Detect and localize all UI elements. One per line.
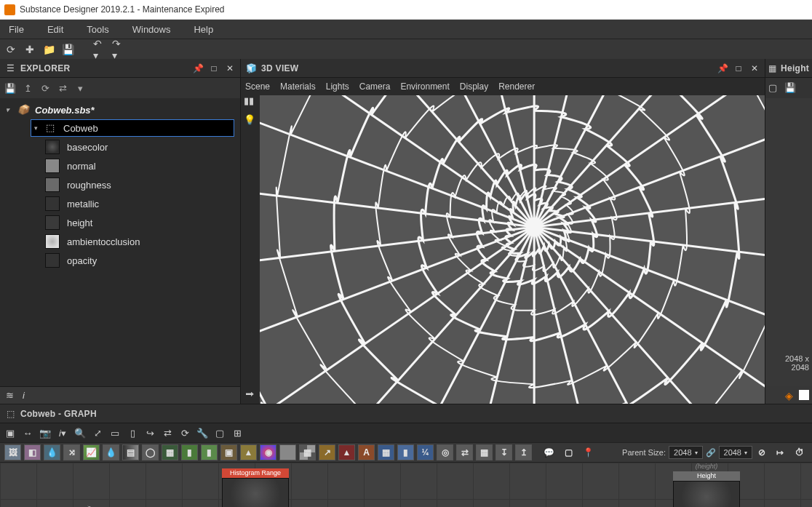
link-icon[interactable]: 🔗: [706, 448, 716, 458]
redo-icon[interactable]: ↷ ▾: [112, 43, 125, 56]
menu-file[interactable]: File: [4, 22, 28, 37]
frame-icon[interactable]: ▢: [560, 444, 577, 460]
zoom-icon[interactable]: 🔍: [74, 427, 86, 439]
tree-graph-node[interactable]: ▾ ⬚ Cobweb: [31, 119, 234, 137]
channels-icon[interactable]: ▣: [220, 444, 237, 460]
dropdown-icon[interactable]: ▾: [74, 82, 86, 94]
export-icon[interactable]: ↥: [22, 82, 33, 94]
graph-node-histogram[interactable]: Histogram Range: [222, 468, 289, 507]
tree-output-metallic[interactable]: metallic: [0, 194, 240, 213]
fit-icon[interactable]: ⤢: [92, 427, 103, 439]
bitmap-node-icon[interactable]: 🖼: [4, 444, 21, 460]
grid-icon[interactable]: ⊞: [231, 427, 243, 439]
blend-icon[interactable]: ▦: [162, 444, 178, 460]
connect-icon[interactable]: ↪: [144, 427, 156, 439]
tree-output-opacity[interactable]: opacity: [0, 251, 240, 270]
undo-icon[interactable]: ↶ ▾: [93, 43, 106, 56]
emboss-icon[interactable]: 💧: [44, 444, 60, 460]
parent-size-x[interactable]: 2048: [669, 446, 702, 459]
warp-icon[interactable]: ▮: [201, 444, 218, 460]
new-substance-icon[interactable]: ⟳: [4, 43, 17, 56]
normal-icon[interactable]: ◉: [260, 444, 276, 460]
save-icon[interactable]: 💾: [4, 82, 16, 94]
info-icon[interactable]: i▾: [57, 427, 68, 439]
reset-size-icon[interactable]: ⊘: [755, 444, 768, 460]
transform-icon[interactable]: ↗: [319, 444, 335, 460]
graph-canvas[interactable]: Histogram Range (height) Height: [0, 463, 812, 507]
menu-camera[interactable]: Camera: [359, 81, 391, 92]
svg-node-icon[interactable]: ◧: [24, 444, 41, 460]
parent-size-y[interactable]: 2048: [719, 446, 752, 459]
menu-display[interactable]: Display: [460, 81, 488, 92]
shuffle-icon[interactable]: ⇄: [456, 444, 473, 460]
output-icon[interactable]: ↥: [515, 444, 532, 460]
tree-output-normal[interactable]: normal: [0, 156, 240, 175]
menu-lights[interactable]: Lights: [326, 81, 349, 92]
open-icon[interactable]: 📁: [42, 43, 55, 56]
menu-help[interactable]: Help: [189, 22, 218, 37]
menu-renderer[interactable]: Renderer: [498, 81, 535, 92]
tree-output-roughness[interactable]: roughness: [0, 175, 240, 194]
cut-icon[interactable]: ⇄: [162, 427, 173, 439]
levels-icon[interactable]: ▲: [338, 444, 355, 460]
link-icon[interactable]: ↔: [22, 427, 33, 439]
filter-icon[interactable]: ≋: [6, 390, 14, 401]
snapshot-icon[interactable]: 📷: [39, 427, 51, 439]
curve-icon[interactable]: 📈: [83, 444, 100, 460]
select-parent-icon[interactable]: ▣: [4, 427, 16, 439]
new-icon[interactable]: ✚: [23, 43, 36, 56]
pin-icon[interactable]: 📌: [717, 63, 728, 74]
close-icon[interactable]: ✕: [224, 63, 236, 74]
refresh-icon[interactable]: ⟳: [39, 82, 51, 94]
layers-icon[interactable]: ◈: [785, 390, 796, 401]
dir-warp-icon[interactable]: ▮: [181, 444, 198, 460]
menu-windows[interactable]: Windows: [128, 22, 175, 37]
close-icon[interactable]: ✕: [749, 63, 760, 74]
tool-icon[interactable]: 🔧: [196, 427, 208, 439]
tree-output-basecolor[interactable]: basecolor: [0, 137, 240, 156]
value-proc-icon[interactable]: ▮: [397, 444, 414, 460]
3d-viewport[interactable]: [260, 95, 765, 404]
menu-materials[interactable]: Materials: [280, 81, 316, 92]
hsl-icon[interactable]: ▲: [240, 444, 257, 460]
pin-icon[interactable]: 📍: [580, 444, 597, 460]
pixel-proc-icon[interactable]: ▦: [378, 444, 394, 460]
input-icon[interactable]: ↧: [495, 444, 512, 460]
save-all-icon[interactable]: 💾: [61, 43, 74, 56]
menu-edit[interactable]: Edit: [43, 22, 68, 37]
sync-icon[interactable]: ⇄: [57, 82, 68, 94]
sharpen-icon[interactable]: ▦: [299, 444, 316, 460]
blur-icon[interactable]: ◯: [142, 444, 159, 460]
menu-scene[interactable]: Scene: [245, 81, 270, 92]
iter-icon[interactable]: ▦: [476, 444, 493, 460]
tree-output-height[interactable]: height: [0, 213, 240, 232]
graph-node-height[interactable]: (height) Height: [673, 463, 740, 507]
menu-tools[interactable]: Tools: [82, 22, 113, 37]
gradient-icon[interactable]: ▤: [122, 444, 139, 460]
frame-icon[interactable]: ▢: [214, 427, 226, 439]
save2d-icon[interactable]: 💾: [784, 82, 796, 94]
flow-icon[interactable]: ↦: [771, 444, 788, 460]
gray-icon[interactable]: [279, 444, 296, 460]
2d-viewport[interactable]: 2048 x 2048: [765, 98, 812, 386]
emboss2-icon[interactable]: 💧: [103, 444, 119, 460]
light-icon[interactable]: 💡: [244, 114, 257, 127]
random-icon[interactable]: ⤨: [63, 444, 80, 460]
menu-environment[interactable]: Environment: [400, 81, 449, 92]
camera-icon[interactable]: ▮▮: [244, 95, 257, 108]
chevron-down-icon[interactable]: ▾: [34, 124, 43, 132]
timing-icon[interactable]: ⏱: [791, 444, 808, 460]
stats-icon[interactable]: ⮕: [245, 389, 257, 401]
comment-icon[interactable]: 💬: [541, 444, 557, 460]
info-icon[interactable]: i: [23, 390, 25, 401]
open2d-icon[interactable]: ▢: [768, 82, 780, 94]
hv-icon[interactable]: ▯: [127, 427, 138, 439]
maximize-icon[interactable]: □: [733, 63, 744, 74]
chevron-down-icon[interactable]: ▾: [6, 106, 15, 113]
maximize-icon[interactable]: □: [208, 63, 220, 74]
text-icon[interactable]: A: [358, 444, 375, 460]
dist-icon[interactable]: ◎: [437, 444, 453, 460]
align-icon[interactable]: ▭: [109, 427, 121, 439]
pin-icon[interactable]: 📌: [192, 63, 204, 74]
fx-map-icon[interactable]: ¼: [417, 444, 434, 460]
